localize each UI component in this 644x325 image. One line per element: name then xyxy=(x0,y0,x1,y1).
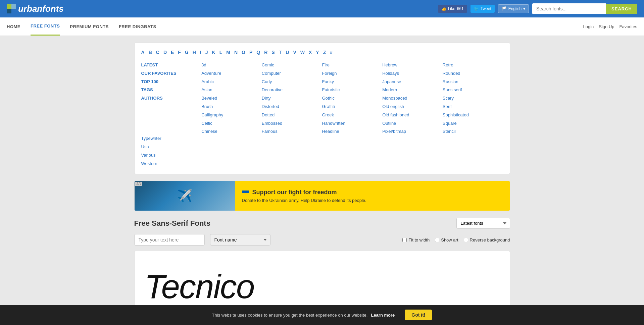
alpha-h[interactable]: H xyxy=(193,50,196,55)
cat-rounded[interactable]: Rounded xyxy=(443,70,503,77)
ad-content[interactable]: Support our fight for freedom Donate to … xyxy=(235,181,510,211)
alpha-k[interactable]: K xyxy=(212,50,215,55)
search-button[interactable]: SEARCH xyxy=(606,4,637,14)
cat-authors[interactable]: AUTHORS xyxy=(141,95,202,102)
cat-sophisticated[interactable]: Sophisticated xyxy=(443,112,503,119)
reverse-bg-label[interactable]: Reverse background xyxy=(464,237,510,242)
logo-link[interactable]: urbanfonts xyxy=(7,4,64,14)
nav-signup[interactable]: Sign Up xyxy=(599,24,614,29)
cat-calligraphy[interactable]: Calligraphy xyxy=(201,112,262,119)
alpha-e[interactable]: E xyxy=(171,50,174,55)
nav-favorites[interactable]: Favorites xyxy=(620,24,637,29)
fit-width-label[interactable]: Fit to width xyxy=(402,237,430,242)
cat-brush[interactable]: Brush xyxy=(201,103,262,110)
cat-dirty[interactable]: Dirty xyxy=(262,95,322,102)
nav-login[interactable]: Login xyxy=(583,24,594,29)
cat-famous[interactable]: Famous xyxy=(262,128,322,135)
cat-adventure[interactable]: Adventure xyxy=(201,70,262,77)
cat-arabic[interactable]: Arabic xyxy=(201,78,262,86)
cookie-learn-more[interactable]: Learn more xyxy=(371,313,395,318)
cat-old-english[interactable]: Old english xyxy=(382,103,443,110)
cat-graffiti[interactable]: Graffiti xyxy=(322,103,383,110)
cat-handwritten[interactable]: Handwritten xyxy=(322,120,383,127)
alpha-u[interactable]: U xyxy=(286,50,289,55)
cat-square[interactable]: Square xyxy=(443,120,503,127)
alpha-t[interactable]: T xyxy=(279,50,282,55)
cat-our-favorites[interactable]: OUR FAVORITES xyxy=(141,70,202,77)
cat-asian[interactable]: Asian xyxy=(201,87,262,94)
cat-hebrew[interactable]: Hebrew xyxy=(382,62,443,69)
cat-scary[interactable]: Scary xyxy=(443,95,503,102)
alpha-z[interactable]: Z xyxy=(323,50,326,55)
cat-latest[interactable]: LATEST xyxy=(141,62,202,69)
alpha-p[interactable]: P xyxy=(249,50,252,55)
alpha-w[interactable]: W xyxy=(300,50,305,55)
alpha-a[interactable]: A xyxy=(141,50,145,55)
cat-curly[interactable]: Curly xyxy=(262,78,322,86)
cat-serif[interactable]: Serif xyxy=(443,103,503,110)
cat-japanese[interactable]: Japanese xyxy=(382,78,443,86)
tweet-button[interactable]: 🐦 Tweet xyxy=(470,5,495,13)
cat-monospaced[interactable]: Monospaced xyxy=(382,95,443,102)
alpha-x[interactable]: X xyxy=(309,50,312,55)
alpha-g[interactable]: G xyxy=(185,50,189,55)
search-input[interactable] xyxy=(532,3,606,14)
alpha-o[interactable]: O xyxy=(242,50,245,55)
nav-premium-fonts[interactable]: PREMIUM FONTS xyxy=(70,18,109,35)
alpha-i[interactable]: I xyxy=(200,50,201,55)
cat-greek[interactable]: Greek xyxy=(322,112,383,119)
cat-dotted[interactable]: Dotted xyxy=(262,112,322,119)
alpha-q[interactable]: Q xyxy=(256,50,260,55)
cat-comic[interactable]: Comic xyxy=(262,62,322,69)
like-button[interactable]: 👍 Like 661 xyxy=(438,5,467,13)
reverse-bg-checkbox[interactable] xyxy=(464,238,468,242)
cat-russian[interactable]: Russian xyxy=(443,78,503,86)
cat-headline[interactable]: Headline xyxy=(322,128,383,135)
nav-free-fonts[interactable]: FREE FONTS xyxy=(31,17,60,36)
cat-outline[interactable]: Outline xyxy=(382,120,443,127)
cookie-got-it-button[interactable]: Got it! xyxy=(405,310,432,320)
cat-decorative[interactable]: Decorative xyxy=(262,87,322,94)
language-button[interactable]: 🏳️ English ▾ xyxy=(498,4,529,13)
alpha-f[interactable]: F xyxy=(178,50,181,55)
alpha-l[interactable]: L xyxy=(219,50,222,55)
cat-futuristic[interactable]: Futuristic xyxy=(322,87,383,94)
cat-fire[interactable]: Fire xyxy=(322,62,383,69)
cat-holidays[interactable]: Holidays xyxy=(382,70,443,77)
cat-top100[interactable]: TOP 100 xyxy=(141,78,202,86)
alpha-d[interactable]: D xyxy=(163,50,167,55)
text-preview-input[interactable] xyxy=(134,234,205,246)
cat-sans-serif[interactable]: Sans serif xyxy=(443,87,503,94)
alpha-y[interactable]: Y xyxy=(316,50,319,55)
alpha-hash[interactable]: # xyxy=(330,50,333,55)
alpha-s[interactable]: S xyxy=(271,50,275,55)
cat-retro[interactable]: Retro xyxy=(443,62,503,69)
alpha-v[interactable]: V xyxy=(293,50,296,55)
cat-western[interactable]: Western xyxy=(141,160,202,167)
cat-distorted[interactable]: Distorted xyxy=(262,103,322,110)
cat-stencil[interactable]: Stencil xyxy=(443,128,503,135)
show-art-label[interactable]: Show art xyxy=(435,237,458,242)
show-art-checkbox[interactable] xyxy=(435,238,439,242)
cat-tags[interactable]: TAGS xyxy=(141,87,202,94)
nav-free-dingbats[interactable]: FREE DINGBATS xyxy=(119,18,156,35)
cat-modern[interactable]: Modern xyxy=(382,87,443,94)
cat-beveled[interactable]: Beveled xyxy=(201,95,262,102)
cat-various[interactable]: Various xyxy=(141,152,202,159)
cat-celtic[interactable]: Celtic xyxy=(201,120,262,127)
cat-old-fashioned[interactable]: Old fashioned xyxy=(382,112,443,119)
alpha-b[interactable]: B xyxy=(149,50,152,55)
font-sort-select[interactable]: Font name Most popular xyxy=(210,234,270,246)
cat-gothic[interactable]: Gothic xyxy=(322,95,383,102)
cat-computer[interactable]: Computer xyxy=(262,70,322,77)
cat-embossed[interactable]: Embossed xyxy=(262,120,322,127)
cat-3d[interactable]: 3d xyxy=(201,62,262,69)
alpha-n[interactable]: N xyxy=(234,50,238,55)
alpha-j[interactable]: J xyxy=(205,50,208,55)
cat-funky[interactable]: Funky xyxy=(322,78,383,86)
cat-chinese[interactable]: Chinese xyxy=(201,128,262,135)
cat-typewriter[interactable]: Typewriter xyxy=(141,135,202,142)
nav-home[interactable]: HOME xyxy=(7,18,20,35)
cat-foreign[interactable]: Foreign xyxy=(322,70,383,77)
fit-width-checkbox[interactable] xyxy=(402,238,407,242)
